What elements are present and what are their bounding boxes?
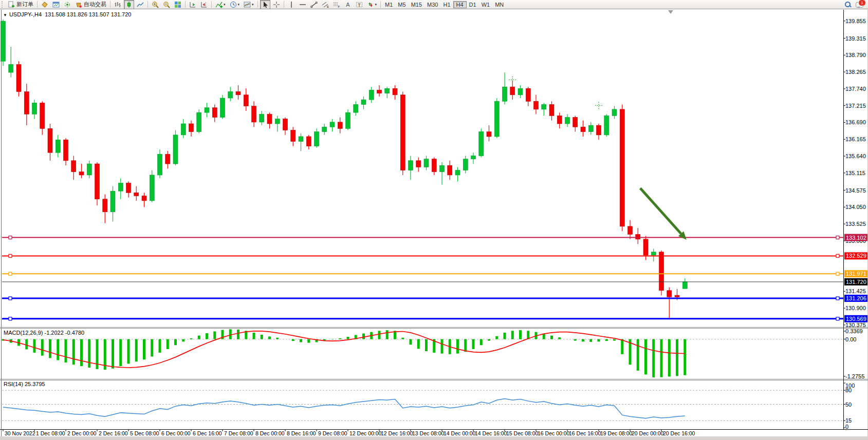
candlestick-chart-button[interactable] (124, 0, 134, 9)
tile-windows-button[interactable] (173, 0, 183, 9)
toolbar-grip[interactable] (2, 1, 4, 8)
hline-handle[interactable] (836, 254, 839, 257)
hline-handle[interactable] (9, 254, 12, 257)
timeframe-button-D1[interactable]: D1 (467, 2, 479, 8)
timeframe-button-MN[interactable]: MN (492, 2, 506, 8)
rsi-axis-label: 50 (845, 401, 852, 408)
separator (257, 1, 258, 8)
timeframe-button-W1[interactable]: W1 (479, 2, 493, 8)
search-button[interactable] (844, 1, 852, 8)
time-axis-label: 13 Dec 08:00 (412, 430, 445, 436)
candle-body (659, 252, 664, 291)
candle-body (110, 191, 115, 212)
auto-trading-button[interactable]: 自动交易 (73, 0, 108, 9)
timeframe-button-H1[interactable]: H1 (440, 2, 453, 8)
fibonacci-button[interactable]: F (331, 0, 342, 9)
signals-button[interactable] (62, 0, 72, 9)
cursor-icon (262, 1, 269, 8)
candle-body (322, 127, 327, 131)
periods-button[interactable]: ▾ (228, 0, 242, 9)
templates-button[interactable]: ▾ (242, 0, 255, 9)
auto-scroll-button[interactable] (188, 0, 198, 9)
bar-chart-icon (114, 1, 121, 8)
text-label-button[interactable]: T (354, 0, 364, 9)
hline-handle[interactable] (9, 317, 12, 320)
crosshair-button[interactable] (271, 0, 282, 9)
candle-body (56, 140, 60, 152)
candle-body (315, 132, 319, 146)
candle-body (416, 161, 421, 167)
notifications-button[interactable]: 1 (856, 1, 864, 8)
time-axis-label: 6 Dec 00:00 (161, 430, 191, 436)
candle-body (385, 88, 390, 93)
hline-handle[interactable] (836, 236, 839, 239)
timeframe-button-H4[interactable]: H4 (453, 1, 467, 8)
price-axis-tick-label: 134.575 (845, 187, 866, 194)
periods-icon (230, 1, 237, 8)
candle-body (9, 64, 13, 72)
candle-body (134, 193, 139, 196)
timeframe-button-M5[interactable]: M5 (395, 2, 408, 8)
candle-body (424, 159, 429, 167)
time-axis-label: 5 Dec 08:00 (130, 430, 159, 436)
separator (211, 1, 212, 8)
new-order-button[interactable]: 新订单 (6, 0, 35, 9)
candle-body (518, 88, 523, 94)
text-button[interactable]: A (343, 0, 353, 9)
hline-handle[interactable] (836, 317, 839, 320)
tile-windows-icon (174, 1, 181, 8)
chart-window-button[interactable] (51, 0, 61, 9)
bar-chart-button[interactable] (113, 0, 123, 9)
candle-body (503, 87, 507, 101)
time-axis-label: 14 Dec 16:00 (475, 430, 507, 436)
price-axis-tick-label: 133.525 (845, 221, 866, 227)
auto-trading-icon (75, 1, 82, 8)
chart-canvas[interactable]: 139.855139.315138.790138.265137.740137.2… (0, 0, 868, 440)
svg-text:A: A (346, 2, 350, 8)
hline-handle[interactable] (9, 297, 12, 300)
price-axis-tick-label: 138.790 (845, 52, 866, 58)
candle-body (24, 92, 29, 114)
text-label-icon: T (356, 1, 363, 8)
timeframe-button-M1[interactable]: M1 (382, 2, 395, 8)
chart-menu-caret[interactable]: ▼ (3, 13, 7, 17)
chevron-down-icon[interactable]: ▾ (238, 3, 240, 7)
chart-shift-button[interactable] (199, 0, 209, 9)
candle-body (205, 108, 209, 112)
candle-body (409, 161, 413, 170)
chevron-down-icon[interactable]: ▾ (375, 3, 377, 7)
candle-body (197, 112, 201, 131)
chevron-down-icon[interactable]: ▾ (224, 3, 226, 7)
zoom-in-button[interactable] (150, 0, 160, 9)
arrows-button[interactable]: ▾ (365, 0, 379, 9)
chart-ohlc-text: USDJPY-,H4 131.508 131.826 131.507 131.7… (9, 11, 132, 17)
hline-handle[interactable] (9, 272, 12, 275)
candle-body (275, 119, 280, 124)
candle-body (628, 226, 633, 235)
timeframe-button-M15[interactable]: M15 (409, 2, 424, 8)
hline-handle[interactable] (836, 297, 839, 300)
layers-button[interactable] (40, 0, 50, 9)
time-axis-label: 12 Dec 16:00 (381, 430, 413, 436)
candle-body (369, 90, 374, 100)
cursor-button[interactable] (260, 0, 270, 9)
timeframe-button-M30[interactable]: M30 (424, 2, 440, 8)
candle-body (267, 114, 272, 124)
horizontal-line-button[interactable] (298, 0, 308, 9)
vertical-line-button[interactable] (286, 0, 297, 9)
candle-body (393, 88, 397, 94)
price-line-label-text: 130.569 (846, 316, 866, 322)
candle-body (291, 130, 296, 141)
hline-handle[interactable] (9, 236, 12, 239)
line-chart-button[interactable] (135, 0, 145, 9)
candle-body (173, 135, 178, 164)
candle-body (549, 105, 554, 116)
equidistant-channel-button[interactable]: E (320, 0, 330, 9)
candle-body (377, 90, 382, 93)
hline-handle[interactable] (836, 272, 839, 275)
indicators-button[interactable]: ▾ (214, 0, 227, 9)
separator (147, 1, 148, 8)
trendline-button[interactable] (309, 0, 319, 9)
chevron-down-icon[interactable]: ▾ (252, 3, 254, 7)
zoom-out-button[interactable] (161, 0, 172, 9)
